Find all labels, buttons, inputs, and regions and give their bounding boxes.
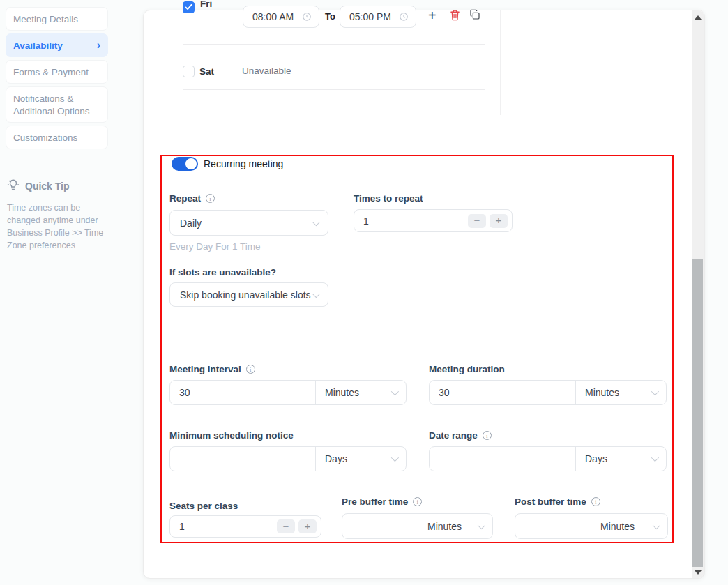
post-buffer-input[interactable] xyxy=(515,514,591,538)
scroll-down-icon[interactable] xyxy=(695,570,702,575)
plus-button[interactable]: + xyxy=(298,519,317,533)
pre-buffer-group: Minutes xyxy=(342,513,493,539)
section-divider xyxy=(167,130,667,130)
quick-tip-header: Quick Tip xyxy=(7,178,109,193)
seats-per-class-stepper: − + xyxy=(169,515,321,538)
pre-buffer-input[interactable] xyxy=(342,514,418,538)
if-slots-select-value: Skip booking unavailable slots xyxy=(180,289,311,301)
chevron-down-icon xyxy=(391,388,399,395)
copy-icon xyxy=(469,9,480,20)
sidebar-item-meeting-details[interactable]: Meeting Details xyxy=(6,7,108,31)
trash-icon xyxy=(449,9,461,21)
chevron-down-icon xyxy=(312,289,320,297)
sidebar-item-availability[interactable]: Availability › xyxy=(6,33,108,57)
meeting-interval-unit-select[interactable]: Minutes xyxy=(315,381,406,404)
sidebar-item-label: Customizations xyxy=(13,132,77,143)
sidebar-item-customizations[interactable]: Customizations xyxy=(6,126,108,149)
start-time-input[interactable] xyxy=(243,6,319,28)
quick-tip-panel: Quick Tip Time zones can be changed anyt… xyxy=(7,178,109,252)
info-icon[interactable]: i xyxy=(483,431,492,440)
chevron-down-icon xyxy=(651,388,659,395)
sat-status: Unavailable xyxy=(242,66,291,76)
meeting-duration-input[interactable] xyxy=(430,381,575,404)
times-to-repeat-stepper: − + xyxy=(354,209,513,232)
recurring-meeting-label: Recurring meeting xyxy=(204,158,283,169)
chevron-right-icon: › xyxy=(97,40,100,51)
minus-button[interactable]: − xyxy=(277,519,295,533)
meeting-duration-unit-select[interactable]: Minutes xyxy=(575,381,666,404)
min-notice-group: Days xyxy=(169,446,407,471)
add-time-slot-button[interactable]: + xyxy=(428,8,437,22)
min-notice-label: Minimum scheduling notice xyxy=(169,430,294,441)
info-icon[interactable]: i xyxy=(246,365,255,374)
sidebar-item-label: Forms & Payment xyxy=(13,67,89,77)
post-buffer-group: Minutes xyxy=(515,513,668,539)
min-notice-unit-select[interactable]: Days xyxy=(315,447,406,471)
if-slots-label: If slots are unavailable? xyxy=(169,267,276,278)
sidebar-item-label: Notifications & Additional Options xyxy=(13,93,100,118)
sidebar-item-label: Meeting Details xyxy=(13,14,78,24)
date-range-group: Days xyxy=(429,446,667,471)
pre-buffer-label: Pre buffer time i xyxy=(342,496,422,507)
lightbulb-icon xyxy=(7,178,20,193)
chevron-down-icon xyxy=(651,454,659,462)
meeting-interval-input[interactable] xyxy=(170,381,315,404)
meeting-interval-label: Meeting interval i xyxy=(169,364,255,374)
post-buffer-label: Post buffer time i xyxy=(515,496,600,507)
chevron-down-icon xyxy=(478,521,485,529)
clock-icon xyxy=(399,12,409,22)
chevron-down-icon xyxy=(312,218,320,225)
end-time-input[interactable] xyxy=(340,6,416,28)
quick-tip-text: Time zones can be changed anytime under … xyxy=(7,202,109,252)
scrollbar-thumb[interactable] xyxy=(692,259,703,567)
times-to-repeat-label: Times to repeat xyxy=(354,193,423,204)
sidebar-item-notifications[interactable]: Notifications & Additional Options xyxy=(6,86,108,123)
sat-label: Sat xyxy=(199,66,214,77)
seats-per-class-input[interactable] xyxy=(179,521,273,532)
repeat-select[interactable]: Daily xyxy=(169,210,328,236)
plus-button[interactable]: + xyxy=(490,214,508,228)
chevron-down-icon xyxy=(391,454,399,462)
row-divider xyxy=(183,44,485,45)
end-time-value[interactable] xyxy=(349,11,398,22)
post-buffer-unit-select[interactable]: Minutes xyxy=(591,514,667,538)
recurring-meeting-toggle[interactable] xyxy=(172,157,198,171)
meeting-duration-label: Meeting duration xyxy=(429,364,505,374)
date-range-unit-select[interactable]: Days xyxy=(575,447,666,471)
pre-buffer-unit-select[interactable]: Minutes xyxy=(418,514,492,538)
check-icon xyxy=(185,4,192,10)
minus-button[interactable]: − xyxy=(468,214,486,228)
scroll-up-icon[interactable] xyxy=(695,15,702,20)
if-slots-select[interactable]: Skip booking unavailable slots xyxy=(169,282,328,307)
sidebar-item-forms-payment[interactable]: Forms & Payment xyxy=(6,60,108,84)
start-time-value[interactable] xyxy=(252,11,301,22)
date-range-label: Date range i xyxy=(429,430,492,441)
sat-checkbox[interactable] xyxy=(183,66,195,77)
fri-checkbox[interactable] xyxy=(183,1,195,13)
to-label: To xyxy=(325,11,335,22)
info-icon[interactable]: i xyxy=(591,497,600,506)
seats-per-class-label: Seats per class xyxy=(169,501,238,511)
row-divider xyxy=(183,89,485,90)
repeat-helper-text: Every Day For 1 Time xyxy=(169,241,261,252)
min-notice-input[interactable] xyxy=(170,447,315,471)
delete-time-slot-button[interactable] xyxy=(449,9,461,22)
fri-label: Fri xyxy=(200,0,212,9)
meeting-duration-group: Minutes xyxy=(429,380,667,405)
clock-icon xyxy=(302,12,312,22)
availability-settings-page: Meeting Details Availability › Forms & P… xyxy=(0,0,728,585)
toggle-knob xyxy=(185,158,197,169)
info-icon[interactable]: i xyxy=(413,497,422,506)
date-range-input[interactable] xyxy=(430,447,575,471)
quick-tip-title: Quick Tip xyxy=(25,181,70,192)
info-icon[interactable]: i xyxy=(206,194,215,203)
repeat-label: Repeat i xyxy=(169,193,215,204)
chevron-down-icon xyxy=(653,521,660,529)
copy-time-slot-button[interactable] xyxy=(469,9,480,22)
times-to-repeat-input[interactable] xyxy=(363,215,464,227)
repeat-select-value: Daily xyxy=(180,218,202,229)
meeting-interval-group: Minutes xyxy=(169,380,407,405)
sidebar-item-label: Availability xyxy=(13,40,63,51)
section-divider xyxy=(167,340,667,340)
column-divider xyxy=(500,10,501,115)
